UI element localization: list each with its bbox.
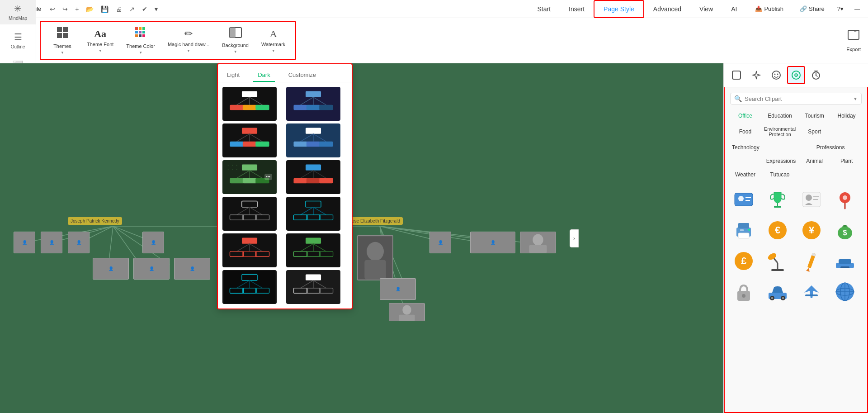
collapse-button[interactable]: › [570,229,579,247]
category-education[interactable]: Education [762,110,797,122]
clipart-car[interactable] [764,278,791,305]
undo-button[interactable]: ↩ [47,4,57,14]
theme-card-3[interactable] [222,123,277,157]
clipart-lock[interactable] [730,278,757,305]
category-holiday[interactable]: Holiday [831,110,862,122]
category-technology[interactable]: Technology [730,142,797,153]
help-button[interactable]: ?▾ [834,4,847,14]
toolbar-watermark[interactable]: A Watermark ▼ [255,25,292,56]
mindmap-label: MindMap [9,16,27,21]
clipart-icon-btn[interactable] [787,66,805,84]
export-area: Export [846,18,868,63]
tab-advanced[interactable]: Advanced [644,0,690,18]
share-button[interactable]: 🔗 Share [794,4,830,14]
theme-card-1[interactable] [222,87,277,121]
open-button[interactable]: 📂 [84,4,96,14]
toolbar-theme-color[interactable]: Theme Color ▼ [120,24,161,57]
theme-card-8[interactable] [286,197,340,231]
clipart-pencil[interactable] [798,247,825,275]
clipart-pin[interactable] [831,186,859,213]
clipart-plane[interactable] [798,278,825,305]
tab-dark[interactable]: Dark [253,69,274,82]
theme-card-11[interactable] [222,270,277,304]
magic-draw-arrow: ▼ [187,49,190,53]
category-plant[interactable]: Plant [831,155,862,167]
export-file-button[interactable]: ↗ [127,4,137,14]
clipart-globe[interactable] [831,278,859,305]
clipart-id-card[interactable] [730,186,757,213]
theme-grid: ••• [218,82,352,309]
right-panel-icons [724,63,868,87]
svg-rect-54 [293,105,307,110]
svg-rect-143 [732,71,741,79]
emoji-icon-btn[interactable] [767,66,785,84]
clipart-euro[interactable]: € [764,217,791,244]
shapes-icon-btn[interactable] [727,66,745,84]
clipart-desk-lamp[interactable] [764,247,791,275]
menu-bar-left: ‹ ☰ File ↩ ↪ + 📂 💾 🖨 ↗ ✔ ▾ [5,4,527,14]
category-expressions[interactable]: Expressions [730,155,797,167]
svg-rect-169 [740,229,744,231]
new-button[interactable]: + [73,4,81,14]
redo-button[interactable]: ↪ [60,4,70,14]
category-sport[interactable]: Sport [799,123,830,140]
category-tourism[interactable]: Tourism [799,110,830,122]
category-office[interactable]: Office [730,110,760,122]
clipart-pound[interactable]: £ [730,247,757,275]
theme-card-12[interactable] [286,270,340,304]
tab-insert[interactable]: Insert [560,0,594,18]
photo-node-2: 👤 [41,232,62,253]
theme-card-10[interactable] [286,233,340,267]
tab-page-style[interactable]: Page Style [594,0,644,18]
tab-view[interactable]: View [690,0,722,18]
themes-label: Themes [53,43,71,49]
publish-button[interactable]: 📤 Publish [748,4,791,14]
search-input[interactable] [745,95,850,102]
toolbar-background[interactable]: Background ▼ [216,24,255,57]
theme-panel: Light Dark Customize [217,63,353,309]
theme-card-5[interactable]: ••• [222,160,277,194]
theme-card-2[interactable] [286,87,340,121]
check-button[interactable]: ✔ [140,4,150,14]
sidebar-outline[interactable]: ☰ Outline [0,28,36,53]
search-dropdown-arrow[interactable]: ▼ [853,96,858,101]
timer-icon-btn[interactable] [807,66,825,84]
category-food[interactable]: Food [730,123,760,140]
svg-rect-37 [529,245,547,253]
export-button[interactable]: Export [846,29,861,52]
sparkle-icon-btn[interactable] [747,66,765,84]
tab-light[interactable]: Light [222,69,244,82]
save-button[interactable]: 💾 [99,4,111,14]
category-tutucao[interactable]: Tutucao [762,169,797,180]
category-weather[interactable]: Weather [730,169,760,180]
clipart-yen[interactable]: ¥ [798,217,825,244]
clipart-dollar-bag[interactable]: $ [831,217,859,244]
theme-card-9[interactable] [222,233,277,267]
theme-card-4[interactable] [286,123,340,157]
clipart-person-card[interactable] [798,186,825,213]
category-grid: Office Education Tourism Holiday Food En… [730,110,862,180]
toolbar-theme-font[interactable]: Aa Theme Font ▼ [80,25,120,56]
minimize-button[interactable]: — [851,4,863,14]
toolbar-magic-draw[interactable]: ✏ Magic hand draw... ▼ [161,25,216,56]
sidebar-mindmap[interactable]: ✳ MindMap [0,0,36,24]
clipart-printer[interactable] [730,217,757,244]
theme-card-7[interactable] [222,197,277,231]
tab-ai[interactable]: AI [722,0,746,18]
more-button[interactable]: ▾ [152,4,160,14]
theme-font-arrow: ▼ [99,49,102,53]
clipart-trophy[interactable] [764,186,791,213]
svg-rect-136 [306,275,321,280]
tab-customize[interactable]: Customize [284,69,321,82]
clipart-stapler[interactable] [831,247,859,275]
toolbar-themes[interactable]: Themes ▼ [44,24,80,57]
category-professions[interactable]: Professions [799,142,862,153]
category-animal[interactable]: Animal [799,155,830,167]
theme-font-label: Theme Font [87,42,113,47]
category-env[interactable]: Environmental Protection [762,123,797,140]
node-joseph: Joseph Patrick Kennedy [68,217,122,225]
canvas-area[interactable]: Joseph Patrick Kennedy 👤 👤 👤 👤 👤 👤 👤 Ros… [0,63,723,413]
tab-start[interactable]: Start [528,0,560,18]
theme-card-6[interactable] [286,160,340,194]
print-button[interactable]: 🖨 [113,4,124,14]
